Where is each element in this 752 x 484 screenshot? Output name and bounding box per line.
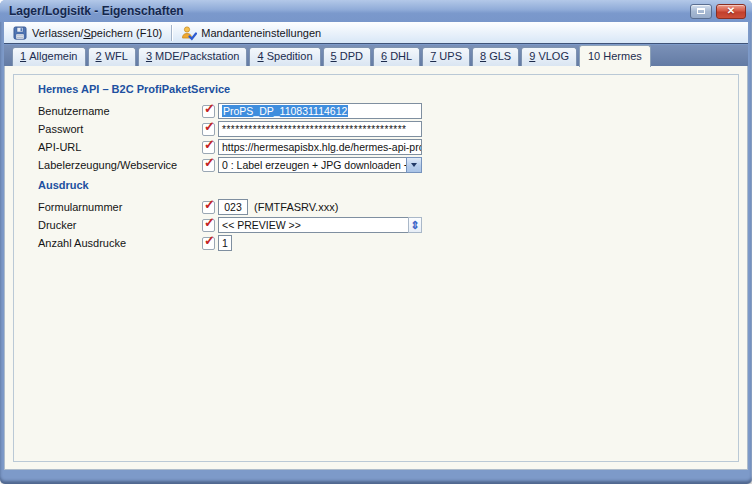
window-title: Lager/Logisitk - Eigenschaften: [9, 4, 184, 18]
row-api-url: API-URL ✓ https://hermesapisbx.hlg.de/he…: [38, 139, 738, 155]
tab-spedition[interactable]: 4 Spedition: [249, 47, 320, 66]
dropdown-button[interactable]: [406, 157, 422, 173]
close-button[interactable]: ✕: [716, 4, 746, 19]
row-anzahl-ausdrucke: Anzahl Ausdrucke ✓ 1: [38, 235, 738, 251]
anzahl-ausdrucke-input[interactable]: 1: [218, 235, 232, 251]
toolbar-separator: [171, 25, 172, 41]
formularnummer-enabled-checkbox[interactable]: ✓: [202, 201, 215, 214]
drucker-enabled-checkbox[interactable]: ✓: [202, 219, 215, 232]
passwort-input[interactable]: ****************************************…: [218, 121, 422, 137]
mandanten-settings-label: Mandanteneinstellungen: [201, 27, 321, 39]
tab-allgemein[interactable]: 1 Allgemein: [12, 47, 86, 66]
api-url-enabled-checkbox[interactable]: ✓: [202, 141, 215, 154]
tab-strip: 1 Allgemein 2 WFL 3 MDE/Packstation 4 Sp…: [4, 45, 748, 66]
red-check-icon: ✓: [204, 120, 215, 133]
tab-ups[interactable]: 7 UPS: [422, 47, 470, 66]
red-check-icon: ✓: [204, 198, 215, 211]
window-controls: ✕: [690, 4, 746, 19]
maximize-button[interactable]: [690, 4, 712, 19]
section-heading-ausdruck: Ausdruck: [38, 179, 738, 191]
benutzername-enabled-checkbox[interactable]: ✓: [202, 105, 215, 118]
red-check-icon: ✓: [204, 234, 215, 247]
labelerzeugung-dropdown[interactable]: 0 : Label erzeugen + JPG downloaden + Dr…: [218, 157, 422, 173]
maximize-icon: [697, 8, 705, 14]
row-benutzername: Benutzername ✓ ProPS_DP_110831114612: [38, 103, 738, 119]
benutzername-label: Benutzername: [38, 105, 202, 117]
formularnummer-input[interactable]: 023: [218, 199, 248, 215]
red-check-icon: ✓: [204, 138, 215, 151]
row-labelerzeugung: Labelerzeugung/Webservice ✓ 0 : Label er…: [38, 157, 738, 173]
drucker-label: Drucker: [38, 219, 202, 231]
dialog-window: Lager/Logisitk - Eigenschaften ✕ Verlass…: [0, 0, 752, 484]
tab-wfl[interactable]: 2 WFL: [88, 47, 136, 66]
red-check-icon: ✓: [204, 102, 215, 115]
passwort-enabled-checkbox[interactable]: ✓: [202, 123, 215, 136]
api-url-input[interactable]: https://hermesapisbx.hlg.de/hermes-api-p…: [218, 139, 422, 155]
row-passwort: Passwort ✓ *****************************…: [38, 121, 738, 137]
chevron-down-icon: [411, 163, 417, 167]
anzahl-ausdrucke-label: Anzahl Ausdrucke: [38, 237, 202, 249]
anzahl-ausdrucke-enabled-checkbox[interactable]: ✓: [202, 237, 215, 250]
mandanten-settings-icon: [181, 25, 197, 41]
api-url-label: API-URL: [38, 141, 202, 153]
labelerzeugung-label: Labelerzeugung/Webservice: [38, 159, 202, 171]
title-bar: Lager/Logisitk - Eigenschaften ✕: [0, 0, 752, 22]
save-exit-button[interactable]: Verlassen/Speichern (F10): [6, 24, 168, 42]
tab-page-hermes: Hermes API – B2C ProfiPaketService Benut…: [4, 66, 748, 470]
mandanten-settings-button[interactable]: Mandanteneinstellungen: [175, 24, 327, 42]
tab-hermes-active[interactable]: 10 Hermes: [579, 45, 651, 67]
close-icon: ✕: [727, 6, 735, 16]
row-formularnummer: Formularnummer ✓ 023 (FMTFASRV.xxx): [38, 199, 738, 215]
toolbar: Verlassen/Speichern (F10) Mandanteneinst…: [4, 22, 748, 44]
tab-dhl[interactable]: 6 DHL: [373, 47, 420, 66]
drucker-combobox[interactable]: << PREVIEW >> ⇕: [218, 217, 422, 233]
benutzername-selected-text: ProPS_DP_110831114612: [222, 105, 348, 117]
up-down-arrows-icon: ⇕: [410, 220, 419, 231]
save-exit-label: Verlassen/Speichern (F10): [32, 27, 162, 39]
tab-gls[interactable]: 8 GLS: [472, 47, 519, 66]
tab-vlog[interactable]: 9 VLOG: [521, 47, 577, 66]
benutzername-input[interactable]: ProPS_DP_110831114612: [218, 103, 422, 119]
formularnummer-suffix: (FMTFASRV.xxx): [254, 201, 338, 213]
drucker-selected-value: << PREVIEW >>: [218, 217, 408, 233]
form-panel: Hermes API – B2C ProfiPaketService Benut…: [13, 74, 739, 462]
tab-mde-packstation[interactable]: 3 MDE/Packstation: [138, 47, 248, 66]
row-drucker: Drucker ✓ << PREVIEW >> ⇕: [38, 217, 738, 233]
passwort-label: Passwort: [38, 123, 202, 135]
drucker-picker-button[interactable]: ⇕: [408, 217, 422, 233]
labelerzeugung-selected-value: 0 : Label erzeugen + JPG downloaden + Dr…: [218, 157, 406, 173]
tab-dpd[interactable]: 5 DPD: [323, 47, 371, 66]
red-check-icon: ✓: [204, 156, 215, 169]
section-heading-hermes-api: Hermes API – B2C ProfiPaketService: [38, 83, 738, 95]
labelerzeugung-enabled-checkbox[interactable]: ✓: [202, 159, 215, 172]
red-check-icon: ✓: [204, 216, 215, 229]
formularnummer-label: Formularnummer: [38, 201, 202, 213]
save-disk-icon: [12, 25, 28, 41]
